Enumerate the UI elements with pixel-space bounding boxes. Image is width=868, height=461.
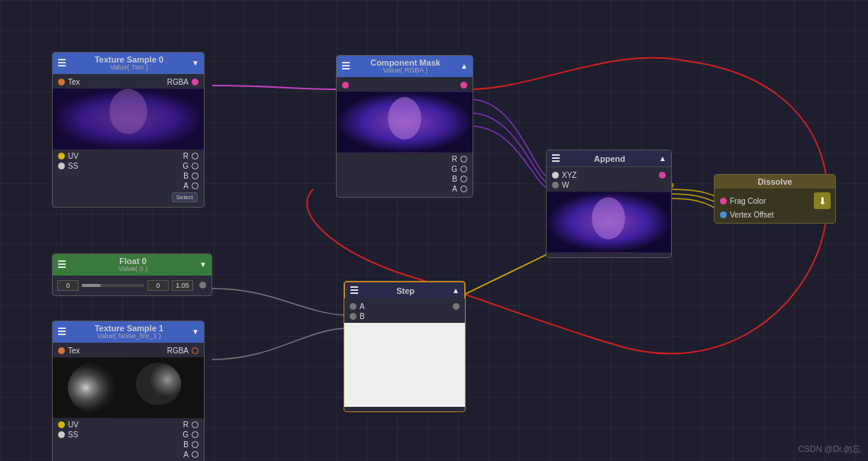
ap-preview xyxy=(547,192,671,253)
ts1-body: Tex RGBA xyxy=(53,343,204,461)
ap-arrow[interactable]: ▲ xyxy=(659,154,666,163)
fl0-slider-track[interactable] xyxy=(82,284,144,287)
step-body: A B xyxy=(344,298,465,411)
ts1-b-pin[interactable] xyxy=(192,441,198,448)
ts1-g-label: G xyxy=(182,430,189,439)
cm-row-r: R xyxy=(337,154,473,164)
ts1-uv-pin[interactable] xyxy=(58,421,65,428)
ts0-a-pin[interactable] xyxy=(192,182,198,189)
step-a-pin[interactable] xyxy=(350,303,357,310)
cm-b-pin[interactable] xyxy=(460,176,467,182)
step-menu-icon[interactable]: ☰ xyxy=(350,285,359,296)
ts1-a-label: A xyxy=(183,450,189,459)
step-b-label: B xyxy=(360,312,365,321)
ts1-tex-label: Tex xyxy=(68,347,80,355)
cm-header: ☰ Component Mask Value( RGBA ) ▲ xyxy=(337,56,473,77)
ts0-ss-label: SS xyxy=(68,162,78,170)
ap-w-label: W xyxy=(562,181,569,189)
fl0-output-pin[interactable] xyxy=(199,282,206,289)
ts0-row-ss: SS G xyxy=(53,161,204,171)
step-node: ☰ Step ▲ A B xyxy=(344,281,466,412)
cm-g-pin[interactable] xyxy=(460,166,467,172)
step-preview xyxy=(344,323,465,407)
ts0-uv-pin[interactable] xyxy=(58,153,65,160)
ts1-arrow[interactable]: ▼ xyxy=(192,327,199,336)
diss-frag-pin[interactable] xyxy=(720,198,727,205)
step-b-pin[interactable] xyxy=(350,313,357,320)
ap-row-xyz: XYZ xyxy=(547,170,671,180)
cm-input-pin[interactable] xyxy=(342,82,349,89)
ts1-rgba-label: RGBA xyxy=(167,347,189,355)
svg-point-12 xyxy=(136,363,181,405)
step-arrow[interactable]: ▲ xyxy=(452,286,460,295)
fl0-menu-icon[interactable]: ☰ xyxy=(57,259,66,270)
append-node: ☰ Append ▲ XYZ W xyxy=(546,150,672,258)
cm-a-pin[interactable] xyxy=(460,185,467,192)
ts1-g-pin[interactable] xyxy=(192,431,198,438)
diss-download-icon[interactable]: ⬇ xyxy=(814,192,831,209)
ts0-select-btn[interactable]: Select xyxy=(172,192,198,202)
ts0-header: ☰ Texture Sample 0 Value( Two ) ▼ xyxy=(53,53,204,74)
cm-row-a: A xyxy=(337,184,473,194)
fl0-slider-fill xyxy=(82,284,101,287)
svg-rect-5 xyxy=(53,89,204,149)
ap-output-pin[interactable] xyxy=(659,172,666,179)
cm-body: R G B A xyxy=(337,77,473,197)
ts1-menu-icon[interactable]: ☰ xyxy=(57,326,66,337)
ts0-r-label: R xyxy=(183,152,189,160)
ap-row-w: W xyxy=(547,180,671,190)
ts0-row-uv: UV R xyxy=(53,151,204,161)
ap-header: ☰ Append ▲ xyxy=(547,150,671,167)
ts0-a-label: A xyxy=(183,182,189,190)
cm-arrow[interactable]: ▲ xyxy=(460,62,468,70)
svg-point-11 xyxy=(68,361,128,414)
ts1-preview xyxy=(53,357,204,418)
cm-output-pin[interactable] xyxy=(460,82,467,89)
ap-w-pin[interactable] xyxy=(552,182,559,189)
ts0-menu-icon[interactable]: ☰ xyxy=(57,57,66,69)
ts0-g-label: G xyxy=(182,162,189,170)
ts0-rgba-pin[interactable] xyxy=(192,79,198,85)
ts0-row-a: A xyxy=(53,181,204,191)
ts0-ss-pin[interactable] xyxy=(58,163,65,169)
fl0-header: ☰ Float 0 Value( 0 ) ▼ xyxy=(53,254,211,276)
ap-body: XYZ W xyxy=(547,167,671,257)
ts0-row-tex: Tex RGBA xyxy=(53,77,204,87)
ts0-r-pin[interactable] xyxy=(192,153,198,160)
diss-body: Frag Color ⬇ Vertex Offset xyxy=(715,189,835,223)
cm-menu-icon[interactable]: ☰ xyxy=(341,60,350,72)
ts1-tex-pin[interactable] xyxy=(58,347,65,354)
cm-r-label: R xyxy=(452,155,457,163)
cm-a-label: A xyxy=(452,185,457,193)
component-mask-node: ☰ Component Mask Value( RGBA ) ▲ xyxy=(336,55,473,198)
ts0-b-pin[interactable] xyxy=(192,172,198,179)
ap-xyz-pin[interactable] xyxy=(552,172,559,179)
ts1-row-b: B xyxy=(53,440,204,450)
ts1-row-tex: Tex RGBA xyxy=(53,346,204,356)
svg-point-9 xyxy=(592,197,624,239)
ts1-header: ☰ Texture Sample 1 Value( Noise_fire_1 )… xyxy=(53,321,204,343)
cm-r-pin[interactable] xyxy=(460,156,467,163)
ts1-ss-pin[interactable] xyxy=(58,431,65,438)
ts0-g-pin[interactable] xyxy=(192,163,198,169)
ts1-a-pin[interactable] xyxy=(192,451,198,458)
cm-row-b: B xyxy=(337,174,473,184)
fl0-arrow[interactable]: ▼ xyxy=(199,260,207,269)
ap-xyz-label: XYZ xyxy=(562,171,576,179)
ts1-rgba-pin[interactable] xyxy=(192,347,198,354)
ts0-arrow[interactable]: ▼ xyxy=(192,59,199,67)
ts1-row-a: A xyxy=(53,450,204,459)
ts1-r-pin[interactable] xyxy=(192,421,198,428)
ts1-r-label: R xyxy=(183,421,189,429)
diss-vertex-pin[interactable] xyxy=(720,211,727,218)
texture-sample-0-node: ☰ Texture Sample 0 Value( Two ) ▼ Tex RG… xyxy=(52,52,205,208)
step-a-label: A xyxy=(360,302,365,311)
diss-title: Dissolve xyxy=(719,177,831,186)
watermark: CSDN @Dr.勿忘 xyxy=(799,443,860,455)
step-output-pin[interactable] xyxy=(453,303,460,310)
fl0-subtitle: Value( 0 ) xyxy=(66,265,199,273)
ts0-tex-pin[interactable] xyxy=(58,79,65,85)
diss-header: Dissolve xyxy=(715,175,835,189)
texture-sample-1-node: ☰ Texture Sample 1 Value( Noise_fire_1 )… xyxy=(52,321,205,461)
ap-menu-icon[interactable]: ☰ xyxy=(551,153,560,164)
